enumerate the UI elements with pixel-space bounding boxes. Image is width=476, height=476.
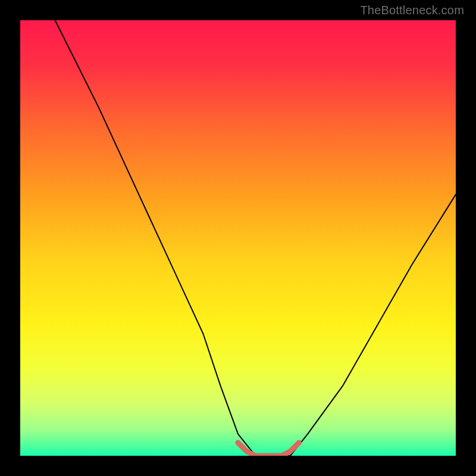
watermark-text: TheBottleneck.com [360,4,464,17]
curve-layer [20,20,456,456]
plot-area [20,20,456,456]
bottleneck-curve [55,20,456,456]
chart-frame: TheBottleneck.com [0,0,476,476]
